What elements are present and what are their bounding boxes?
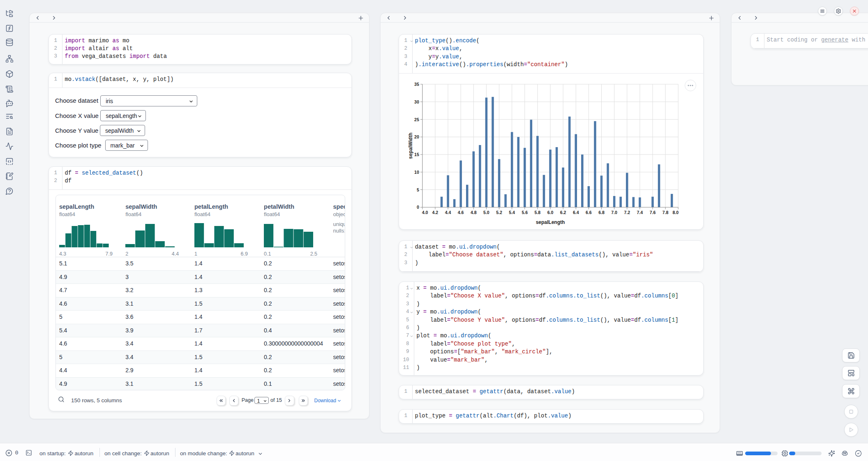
svg-text:6.0: 6.0 <box>547 210 554 215</box>
svg-text:8.0: 8.0 <box>673 210 679 215</box>
svg-text:7.0: 7.0 <box>611 210 617 215</box>
svg-text:5: 5 <box>417 187 419 192</box>
svg-text:4.6: 4.6 <box>458 210 464 215</box>
svg-text:15: 15 <box>414 152 419 157</box>
svg-text:5.8: 5.8 <box>535 210 541 215</box>
svg-text:6.4: 6.4 <box>573 210 579 215</box>
svg-text:sepalLength: sepalLength <box>536 219 565 225</box>
svg-text:4.4: 4.4 <box>445 210 451 215</box>
svg-text:30: 30 <box>414 99 419 104</box>
svg-text:6.8: 6.8 <box>598 210 605 215</box>
svg-text:4.2: 4.2 <box>432 210 439 215</box>
svg-text:6.2: 6.2 <box>560 210 566 215</box>
svg-text:5.2: 5.2 <box>496 210 502 215</box>
svg-text:7.6: 7.6 <box>650 210 656 215</box>
svg-text:5.0: 5.0 <box>483 210 489 215</box>
svg-text:20: 20 <box>414 134 419 139</box>
svg-text:4.8: 4.8 <box>471 210 477 215</box>
svg-text:35: 35 <box>414 82 419 87</box>
svg-text:10: 10 <box>414 170 419 175</box>
svg-text:sepalWidth: sepalWidth <box>408 133 413 159</box>
svg-text:7.8: 7.8 <box>663 210 669 215</box>
svg-text:25: 25 <box>414 117 419 122</box>
svg-text:6.6: 6.6 <box>586 210 592 215</box>
svg-text:5.6: 5.6 <box>522 210 528 215</box>
svg-text:0: 0 <box>417 205 419 210</box>
svg-text:4.0: 4.0 <box>422 210 428 215</box>
svg-text:7.4: 7.4 <box>637 210 643 215</box>
svg-text:7.2: 7.2 <box>624 210 630 215</box>
svg-text:5.4: 5.4 <box>509 210 515 215</box>
